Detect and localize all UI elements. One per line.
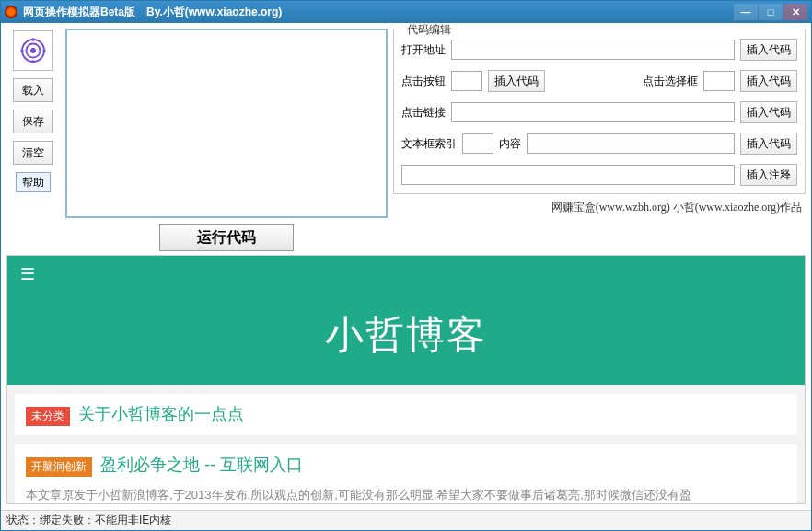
minimize-button[interactable]: —: [734, 4, 758, 20]
svg-point-2: [30, 48, 36, 53]
titlebar: 网页操作模拟器Beta版 By.小哲(www.xiaozhe.org) — □ …: [1, 1, 811, 23]
click-select-label: 点击选择框: [643, 74, 698, 89]
maximize-button[interactable]: □: [759, 4, 783, 20]
insert-comment-button[interactable]: 插入注释: [740, 164, 797, 186]
target-icon-button[interactable]: [13, 30, 53, 71]
category-badge[interactable]: 未分类: [26, 407, 70, 426]
insert-code-button[interactable]: 插入代码: [740, 39, 797, 61]
post-item: 开脑洞创新 盈利必争之地 -- 互联网入口 本文章原发于小哲新浪博客,于2013…: [15, 444, 797, 503]
help-button[interactable]: 帮助: [16, 172, 51, 192]
save-button[interactable]: 保存: [13, 110, 53, 133]
insert-code-button[interactable]: 插入代码: [740, 101, 797, 123]
target-icon: [19, 37, 47, 64]
app-icon: [5, 6, 17, 18]
click-button-label: 点击按钮: [401, 74, 446, 89]
status-bar: 状态： 绑定失败：不能用非IE内核: [1, 510, 811, 530]
comment-input[interactable]: [401, 165, 735, 185]
open-url-label: 打开地址: [401, 42, 446, 58]
content-input[interactable]: [527, 133, 735, 154]
credit-text: 网赚宝盒(www.wzbh.org) 小哲(www.xiaozhe.org)作品: [393, 194, 806, 215]
post-title-link[interactable]: 关于小哲博客的一点点: [78, 405, 244, 423]
browser-preview: ☰ 小哲博客 未分类 关于小哲博客的一点点 开脑洞创新 盈利必争之地 -- 互联…: [6, 255, 806, 504]
click-select-input[interactable]: [703, 71, 735, 91]
clear-button[interactable]: 清空: [13, 141, 53, 165]
textbox-index-label: 文本框索引: [401, 136, 457, 152]
status-text: 绑定失败：不能用非IE内核: [40, 513, 171, 528]
browser-scroll[interactable]: ☰ 小哲博客 未分类 关于小哲博客的一点点 开脑洞创新 盈利必争之地 -- 互联…: [7, 256, 805, 503]
insert-code-button[interactable]: 插入代码: [740, 70, 797, 92]
svg-point-3: [31, 38, 34, 40]
post-excerpt: 本文章原发于小哲新浪博客,于2013年发布,所以观点的创新,可能没有那么明显,希…: [26, 486, 786, 503]
svg-point-6: [20, 49, 23, 52]
post-item: 未分类 关于小哲博客的一点点: [15, 394, 797, 435]
textbox-index-input[interactable]: [462, 133, 493, 154]
close-button[interactable]: ✕: [783, 4, 807, 20]
insert-code-button[interactable]: 插入代码: [740, 133, 797, 155]
code-editor-group: 代码编辑 打开地址 插入代码 点击按钮 插入代码 点击选择框 插入代码: [393, 29, 806, 194]
run-button[interactable]: 运行代码: [159, 224, 294, 251]
click-link-input[interactable]: [451, 102, 735, 122]
click-button-input[interactable]: [451, 71, 482, 91]
content-label: 内容: [499, 136, 521, 152]
menu-icon[interactable]: ☰: [20, 264, 35, 284]
insert-code-button[interactable]: 插入代码: [488, 70, 545, 92]
svg-point-5: [31, 60, 34, 63]
code-textarea[interactable]: [65, 29, 388, 218]
post-title-link[interactable]: 盈利必争之地 -- 互联网入口: [100, 456, 303, 474]
window-title: 网页操作模拟器Beta版 By.小哲(www.xiaozhe.org): [23, 5, 733, 20]
open-url-input[interactable]: [451, 40, 735, 60]
status-label: 状态：: [6, 513, 40, 528]
site-title: 小哲博客: [7, 293, 805, 385]
load-button[interactable]: 载入: [13, 78, 53, 102]
svg-point-4: [42, 49, 45, 52]
group-legend: 代码编辑: [403, 23, 455, 38]
click-link-label: 点击链接: [401, 105, 446, 121]
category-badge[interactable]: 开脑洞创新: [26, 457, 92, 477]
